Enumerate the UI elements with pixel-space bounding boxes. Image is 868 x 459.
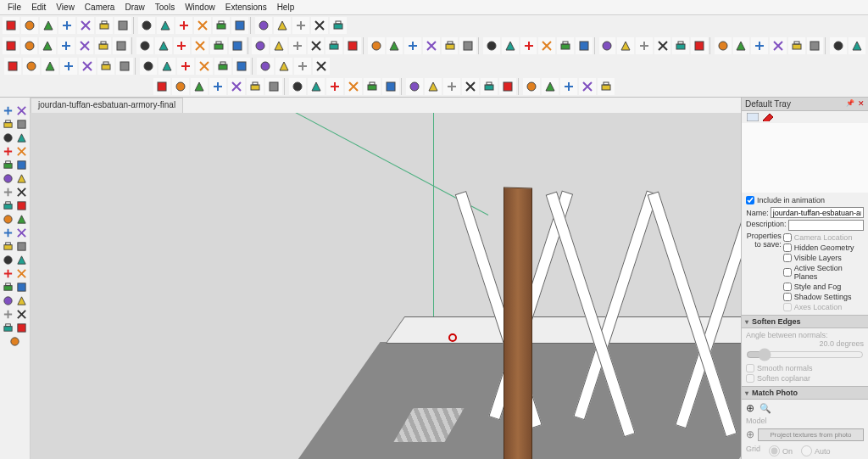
lasso-tool[interactable] (15, 104, 28, 117)
redo-button[interactable] (77, 17, 94, 34)
extrude-button[interactable] (326, 37, 342, 54)
tb-j-button[interactable] (177, 58, 194, 75)
prop-shadow[interactable]: Shadow Settings (783, 292, 864, 302)
preview-button[interactable] (274, 17, 291, 34)
tape-button[interactable] (210, 37, 227, 54)
rect-tool[interactable] (2, 132, 14, 144)
tape-tool[interactable] (15, 186, 28, 199)
menu-draw[interactable]: Draw (120, 2, 148, 13)
dims-button[interactable] (560, 78, 577, 95)
addloc-button[interactable] (255, 17, 272, 34)
menu-tools[interactable]: Tools (151, 2, 179, 13)
left-button[interactable] (499, 78, 516, 95)
prop-layers[interactable]: Visible Layers (783, 253, 864, 263)
circle-button[interactable] (95, 37, 112, 54)
pencil-icon[interactable] (762, 113, 774, 121)
guides-button[interactable] (598, 78, 615, 95)
push-button[interactable] (113, 37, 130, 54)
push-tool[interactable] (2, 199, 14, 212)
copy-button[interactable] (114, 17, 131, 34)
move-button[interactable] (192, 37, 209, 54)
tb-a-button[interactable] (4, 58, 21, 75)
extA-button[interactable] (830, 37, 847, 54)
prop-style[interactable]: Style and Fog (783, 282, 864, 292)
offset-button[interactable] (174, 37, 191, 54)
extB-button[interactable] (849, 37, 865, 54)
followme-button[interactable] (308, 37, 325, 54)
section-tool[interactable] (2, 267, 14, 280)
bottom-button[interactable] (542, 78, 559, 95)
play-button[interactable] (733, 37, 750, 54)
sandbox-button[interactable] (654, 37, 671, 54)
rotate-button[interactable] (136, 37, 153, 54)
paste-button[interactable] (138, 17, 155, 34)
tb-b-button[interactable] (23, 58, 40, 75)
group2-button[interactable] (387, 37, 403, 54)
eraser-button[interactable] (21, 37, 38, 54)
materials-button[interactable] (289, 78, 306, 95)
dim-tool[interactable] (2, 254, 14, 266)
wrench-button[interactable] (311, 17, 328, 34)
document-tab[interactable]: jourdan-tuffan-esbatuan-armory-final (31, 98, 183, 113)
menu-camera[interactable]: Camera (81, 2, 120, 13)
prop-camera[interactable]: Camera Location (783, 232, 864, 243)
select-button[interactable] (3, 37, 19, 54)
circle-tool[interactable] (2, 145, 14, 158)
front-button[interactable] (443, 78, 460, 95)
outliner-button[interactable] (576, 37, 593, 54)
grid-on-radio[interactable]: On (769, 445, 793, 457)
scale-button[interactable] (155, 37, 172, 54)
scene-thumb-row[interactable] (742, 111, 868, 123)
group8-button[interactable] (502, 37, 519, 54)
zoom-icon[interactable]: 🔍 (760, 403, 771, 414)
pin-icon[interactable]: 📌 (846, 99, 854, 109)
components-button[interactable] (265, 78, 282, 95)
styles-button[interactable] (599, 37, 616, 54)
menu-window[interactable]: Window (181, 2, 220, 13)
grid-auto-radio[interactable]: Auto (801, 445, 831, 457)
paint-button[interactable] (270, 37, 287, 54)
knife-button[interactable] (209, 78, 226, 95)
rec-button[interactable] (770, 37, 787, 54)
validate-button[interactable] (153, 78, 170, 95)
orbit-button[interactable] (326, 78, 343, 95)
dim-button[interactable] (252, 37, 269, 54)
dezmo-button[interactable] (807, 37, 824, 54)
iso-button[interactable] (425, 78, 442, 95)
right-button[interactable] (481, 78, 498, 95)
pan-tool[interactable] (2, 281, 14, 294)
zoomext-button[interactable] (382, 78, 399, 95)
scenes-list-area[interactable] (742, 123, 868, 193)
match-photo-header[interactable]: ▾ Match Photo (742, 386, 868, 400)
target-icon[interactable]: ⊕ (746, 428, 754, 440)
pan-button[interactable] (345, 78, 362, 95)
prop-planes[interactable]: Active Section Planes (783, 263, 864, 282)
scenes-button[interactable] (617, 37, 634, 54)
material-button[interactable] (289, 37, 306, 54)
freehand-tool[interactable] (15, 118, 28, 131)
group3-button[interactable] (404, 37, 421, 54)
text-tool[interactable] (15, 240, 28, 253)
pluginA-button[interactable] (672, 37, 689, 54)
followme-tool[interactable] (15, 227, 28, 239)
group5-button[interactable] (442, 37, 459, 54)
shadows-button[interactable] (520, 37, 537, 54)
fog-button[interactable] (538, 37, 555, 54)
lock-button[interactable] (247, 78, 264, 95)
doc-new-button[interactable] (3, 17, 19, 34)
orbit-tool[interactable] (15, 267, 28, 280)
layers-button[interactable] (557, 37, 574, 54)
curic-button[interactable] (788, 37, 805, 54)
3dwarehouse-button[interactable] (231, 17, 248, 34)
scene-name-input[interactable] (771, 207, 864, 218)
soften-coplanar[interactable]: Soften coplanar (746, 373, 864, 383)
rotrect-tool[interactable] (15, 132, 28, 144)
position-tool[interactable] (2, 308, 14, 321)
top-button[interactable] (523, 78, 540, 95)
undo-button[interactable] (58, 17, 75, 34)
menu-view[interactable]: View (52, 2, 79, 13)
include-animation-checkbox[interactable]: Include in animation (746, 195, 864, 205)
shell-button[interactable] (172, 78, 189, 95)
soften-slider[interactable] (746, 348, 864, 361)
tb-g-button[interactable] (116, 58, 133, 75)
